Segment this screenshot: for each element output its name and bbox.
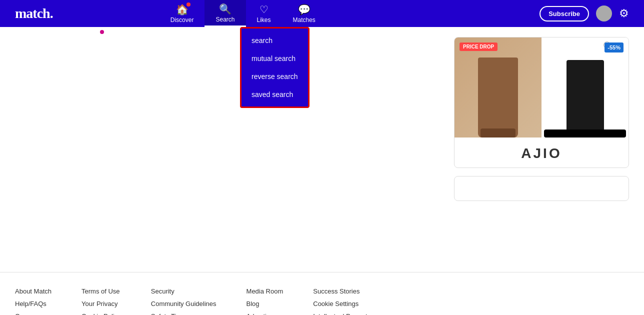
footer-link-help[interactable]: Help/FAQs: [15, 300, 52, 308]
nav-item-discover[interactable]: 🏠 Discover: [160, 0, 205, 27]
footer-col-1: About Match Help/FAQs Careers: [15, 288, 52, 315]
notification-dot: [186, 2, 190, 6]
nav-label-matches: Matches: [293, 16, 316, 24]
nav-item-search[interactable]: 🔍 Search: [204, 0, 246, 27]
search-icon: 🔍: [219, 3, 232, 15]
search-dropdown: search mutual search reverse search save…: [240, 27, 310, 108]
ad-box-secondary: [454, 176, 629, 201]
nav-label-likes: Likes: [257, 16, 271, 24]
footer-link-blog[interactable]: Blog: [246, 300, 284, 308]
dropdown-item-saved-search[interactable]: saved search: [242, 86, 308, 104]
footer-col-4: Media Room Blog Advertise: [246, 288, 284, 315]
ad-image-right: i ✕ -55%: [542, 38, 628, 138]
loading-spinner: [100, 30, 104, 34]
footer-link-about[interactable]: About Match: [15, 288, 52, 295]
settings-icon[interactable]: ⚙: [619, 7, 629, 20]
price-drop-badge: PRICE DROP: [460, 42, 498, 51]
footer-link-terms[interactable]: Terms of Use: [82, 288, 121, 295]
content-right: PRICE DROP i ✕ -55% AJIO: [454, 37, 629, 257]
nav-item-likes[interactable]: ♡ Likes: [246, 0, 282, 27]
footer-link-privacy[interactable]: Your Privacy: [82, 300, 121, 308]
avatar[interactable]: [596, 6, 612, 22]
footer-link-community[interactable]: Community Guidelines: [151, 300, 216, 308]
footer: About Match Help/FAQs Careers Terms of U…: [0, 272, 644, 315]
footer-link-advertise[interactable]: Advertise: [246, 312, 284, 315]
main-nav: 🏠 Discover 🔍 Search ♡ Likes 💬 Matches: [160, 0, 326, 27]
boot-brown-image: [478, 58, 518, 138]
footer-link-cookie-policy[interactable]: Cookie Policy: [82, 312, 121, 315]
dropdown-item-reverse-search[interactable]: reverse search: [242, 68, 308, 86]
ad-box-primary: PRICE DROP i ✕ -55% AJIO: [454, 37, 629, 168]
footer-link-safety[interactable]: Safety Tips: [151, 312, 216, 315]
dropdown-menu: search mutual search reverse search save…: [240, 27, 310, 108]
logo[interactable]: match.: [15, 6, 53, 22]
nav-label-discover: Discover: [170, 16, 194, 24]
boot-black-image: [566, 60, 604, 138]
dropdown-item-search[interactable]: search: [242, 32, 308, 50]
ad-brand-name: AJIO: [454, 138, 628, 168]
footer-col-2: Terms of Use Your Privacy Cookie Policy: [82, 288, 121, 315]
footer-link-cookie-settings[interactable]: Cookie Settings: [313, 300, 370, 308]
footer-link-media[interactable]: Media Room: [246, 288, 284, 295]
nav-item-matches[interactable]: 💬 Matches: [282, 0, 326, 27]
nav-label-search: Search: [216, 16, 234, 23]
header: match. 🏠 Discover 🔍 Search ♡ Likes 💬 Mat…: [0, 0, 644, 27]
dropdown-item-mutual-search[interactable]: mutual search: [242, 50, 308, 68]
header-right: Subscribe ⚙: [540, 6, 629, 22]
chat-icon: 💬: [298, 4, 310, 16]
discount-badge: -55%: [604, 42, 624, 52]
footer-link-ip[interactable]: Intellectual Property: [313, 312, 370, 315]
ad-image-left: PRICE DROP: [454, 38, 542, 138]
footer-col-3: Security Community Guidelines Safety Tip…: [151, 288, 216, 315]
footer-links: About Match Help/FAQs Careers Terms of U…: [15, 288, 629, 315]
subscribe-button[interactable]: Subscribe: [540, 6, 589, 22]
heart-icon: ♡: [260, 4, 268, 16]
footer-link-security[interactable]: Security: [151, 288, 216, 295]
footer-link-careers[interactable]: Careers: [15, 312, 52, 315]
footer-link-success[interactable]: Success Stories: [313, 288, 370, 295]
home-icon: 🏠: [176, 4, 188, 16]
ad-inner: PRICE DROP i ✕ -55%: [454, 38, 628, 138]
main-content: PRICE DROP i ✕ -55% AJIO: [0, 27, 644, 267]
footer-col-5: Success Stories Cookie Settings Intellec…: [313, 288, 370, 315]
content-left: [15, 37, 444, 257]
